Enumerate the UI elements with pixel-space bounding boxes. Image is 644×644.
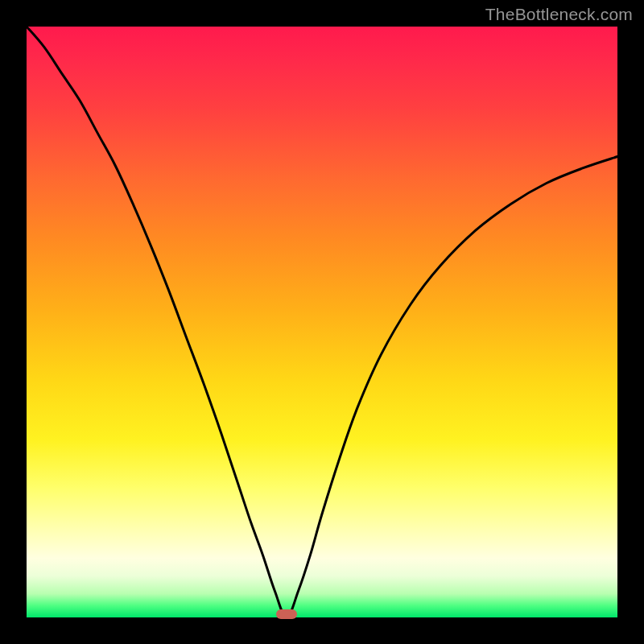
chart-canvas: TheBottleneck.com <box>0 0 644 644</box>
plot-area <box>27 27 617 617</box>
minimum-marker <box>276 609 297 619</box>
bottleneck-curve <box>27 27 617 617</box>
watermark-text: TheBottleneck.com <box>485 5 633 24</box>
